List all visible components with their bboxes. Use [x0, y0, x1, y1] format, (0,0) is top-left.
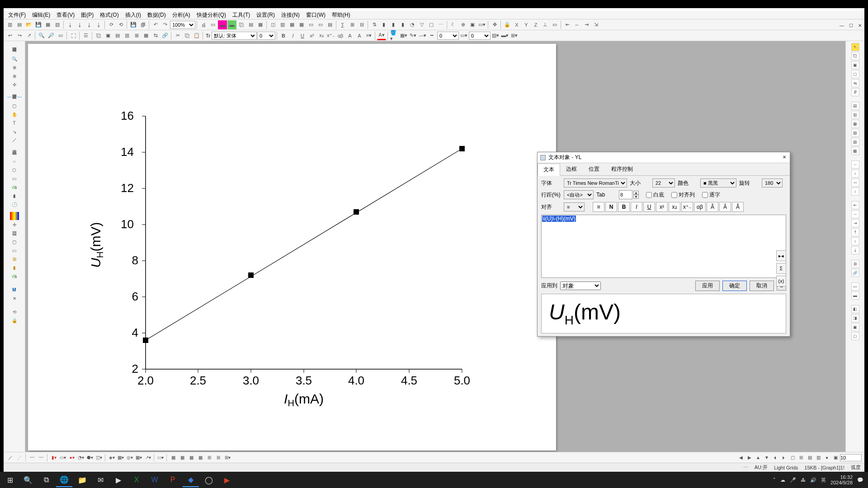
tray-ime[interactable]: 英: [821, 477, 826, 483]
menu-help[interactable]: 帮助(H): [329, 11, 353, 19]
r-flip-v-icon[interactable]: ⇵: [851, 88, 859, 96]
underline-icon[interactable]: U: [298, 31, 307, 40]
start-button[interactable]: ⊞: [2, 473, 18, 487]
mask-tool-icon[interactable]: ▢: [10, 102, 19, 110]
applyto-select[interactable]: 对象: [560, 282, 601, 290]
x-del-icon[interactable]: ✕: [10, 294, 19, 302]
image-tool-icon[interactable]: 🖼: [10, 229, 19, 237]
origin-app[interactable]: ◆: [183, 473, 199, 487]
insert-var-button[interactable]: (x): [776, 276, 786, 286]
menu-graph[interactable]: 图(P): [78, 11, 96, 19]
fill-icon[interactable]: 🪣▾: [390, 31, 399, 40]
zoom-out-icon[interactable]: 🔎: [47, 31, 56, 40]
tab-input[interactable]: [619, 190, 632, 199]
linespace-select[interactable]: <自动>: [564, 190, 594, 199]
column-chart-icon[interactable]: ▮: [389, 20, 398, 29]
tray-mic-icon[interactable]: 🎤: [790, 477, 796, 483]
bar-chart-icon[interactable]: ▮: [379, 20, 388, 29]
graph-paper[interactable]: 2 4 6 8 10 12 14 16 2.0 2.5: [28, 44, 556, 450]
word-app[interactable]: W: [146, 473, 163, 487]
bt-big-l[interactable]: ⏴: [771, 454, 779, 462]
r-align-l-icon[interactable]: ⇤: [851, 201, 859, 209]
bt-m1-icon[interactable]: ▦: [169, 454, 177, 462]
tab-border[interactable]: 边框: [560, 163, 583, 175]
whitebg-checkbox[interactable]: [646, 192, 652, 198]
recalculate-icon[interactable]: ⟲: [116, 20, 125, 29]
forward-icon[interactable]: ↪: [15, 31, 24, 40]
bt-m4-icon[interactable]: ▦: [196, 454, 204, 462]
bt-area-icon[interactable]: ⬣▾: [86, 454, 94, 462]
lock-tool-icon[interactable]: 🔒: [10, 316, 19, 324]
circle-tool-icon[interactable]: ○: [10, 157, 19, 165]
ppt-show-app[interactable]: ▶: [219, 473, 235, 487]
refresh-icon[interactable]: ⟳: [107, 20, 116, 29]
new-table-icon[interactable]: ▦: [288, 20, 297, 29]
add-graph-icon[interactable]: ▦: [256, 20, 265, 29]
line-tool-icon[interactable]: ／: [10, 136, 19, 144]
extend-icon[interactable]: ⇲: [591, 20, 600, 29]
text-content-area[interactable]: \i(U)\-(H)(mV): [541, 215, 786, 278]
insert-sigma-button[interactable]: Σ: [776, 263, 786, 274]
sqrt-icon[interactable]: √a: [10, 183, 19, 191]
colorbar-icon[interactable]: ▮: [10, 263, 19, 272]
bt-grid-icon[interactable]: ⊞▾: [223, 454, 231, 462]
align-center-icon[interactable]: ↔: [572, 20, 581, 29]
maximize-button[interactable]: ☐: [847, 23, 854, 29]
polygon-tool-icon[interactable]: ⬠: [10, 166, 19, 174]
bt-tmpl-icon[interactable]: ▭▾: [156, 454, 165, 462]
bold-icon[interactable]: B: [279, 31, 288, 40]
bt-mask[interactable]: ▤: [806, 454, 814, 462]
bt-box-icon[interactable]: ◫▾: [95, 454, 103, 462]
linewidth-combo[interactable]: 0: [437, 32, 459, 40]
r-front-icon[interactable]: ▣: [851, 61, 859, 69]
full-icon[interactable]: ⛶: [69, 31, 78, 40]
font-combo[interactable]: 默认: 宋体: [212, 32, 257, 40]
import-multi-icon[interactable]: ⭳: [85, 20, 94, 29]
theme-dd-icon[interactable]: ▭▾: [477, 20, 486, 29]
new-folder-icon[interactable]: ▤: [15, 20, 24, 29]
bt-big-r[interactable]: ⏵: [780, 454, 788, 462]
slide-icon[interactable]: ▬: [218, 20, 227, 29]
collect-icon[interactable]: ▥: [123, 31, 132, 40]
region-tool-icon[interactable]: ▭: [10, 174, 19, 183]
excel-app[interactable]: X: [128, 473, 145, 487]
font-color-icon[interactable]: A▾: [377, 31, 386, 40]
dark-mode-icon[interactable]: ☾: [449, 20, 458, 29]
r-show-icon[interactable]: ▭: [851, 282, 859, 291]
font-select[interactable]: Tr Times New RomanTimes New Roman: [564, 178, 627, 188]
verbatim-checkbox[interactable]: [702, 192, 708, 198]
bt-nudge-l[interactable]: ◀: [737, 454, 745, 462]
cascade-icon[interactable]: ▥: [278, 20, 287, 29]
layer-icon[interactable]: ☰: [81, 31, 90, 40]
save-icon[interactable]: 💾: [34, 20, 43, 29]
layer-swap-icon[interactable]: ⇆: [151, 31, 160, 40]
fmt-n[interactable]: N: [605, 202, 617, 212]
bt-nudge-d[interactable]: ▼: [763, 454, 771, 462]
menu-analysis[interactable]: 分析(A): [170, 11, 193, 19]
menu-edit[interactable]: 编辑(E): [29, 11, 53, 19]
bt-m2-icon[interactable]: ▦: [178, 454, 186, 462]
zoom-combo[interactable]: 100%: [170, 21, 195, 29]
taskview-button[interactable]: ⧉: [38, 473, 54, 487]
r-a6-icon[interactable]: ▩: [851, 147, 859, 155]
layer-add-icon[interactable]: ⊞: [132, 31, 141, 40]
region-icon[interactable]: ▭: [56, 31, 65, 40]
size-select[interactable]: 22: [652, 178, 675, 188]
import-icon[interactable]: ⭳: [66, 20, 75, 29]
save-all-icon[interactable]: 💾: [129, 20, 138, 29]
search-button[interactable]: 🔍: [20, 473, 36, 487]
r-extra2-icon[interactable]: ◨: [851, 314, 859, 322]
bt-line-icon[interactable]: ／: [6, 454, 14, 462]
cancel-button[interactable]: 取消: [750, 281, 774, 291]
menu-insert[interactable]: 插入(I): [123, 11, 144, 19]
tab-position[interactable]: 位置: [583, 163, 605, 175]
bt-bub-icon[interactable]: ●▾: [68, 454, 76, 462]
open-icon[interactable]: 📂: [24, 20, 33, 29]
row-stats-icon[interactable]: ⊟: [357, 20, 366, 29]
col-stats-icon[interactable]: ⊞: [348, 20, 357, 29]
align-left-icon[interactable]: ⇤: [563, 20, 572, 29]
r-same-w-icon[interactable]: ⇿: [851, 178, 859, 187]
minimize-button[interactable]: —: [838, 23, 845, 29]
dialog-titlebar[interactable]: 文本对象 - YL ×: [538, 152, 790, 163]
bt-vec-icon[interactable]: ↗▾: [144, 454, 152, 462]
